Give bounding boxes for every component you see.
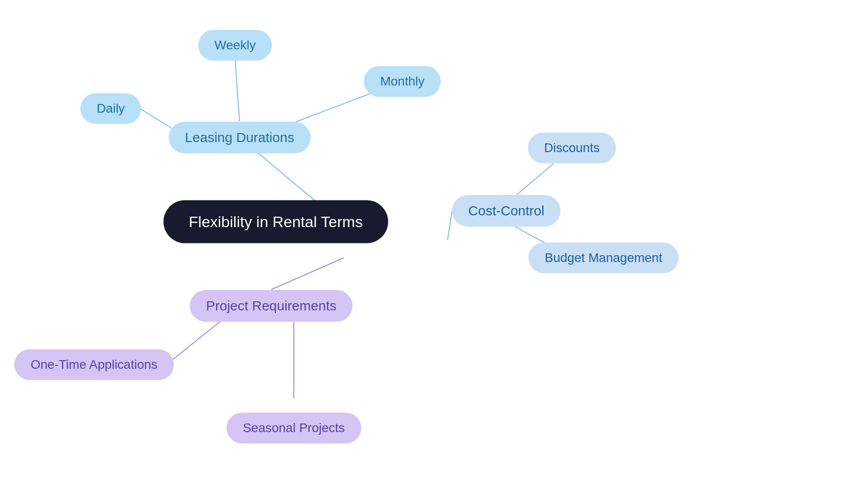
center-node: Flexibility in Rental Terms — [164, 200, 388, 243]
svg-line-3 — [140, 109, 176, 131]
daily-node: Daily — [80, 93, 141, 124]
budget-management-node: Budget Management — [528, 243, 679, 273]
one-time-applications-node: One-Time Applications — [14, 349, 174, 380]
seasonal-projects-node: Seasonal Projects — [226, 413, 361, 443]
cost-control-node: Cost-Control — [452, 195, 561, 227]
svg-line-7 — [271, 258, 344, 290]
leasing-durations-node: Leasing Durations — [169, 122, 311, 153]
mind-map: Flexibility in Rental Terms Leasing Dura… — [0, 0, 868, 490]
discounts-node: Discounts — [528, 133, 616, 163]
svg-line-1 — [235, 60, 240, 121]
svg-line-4 — [448, 211, 452, 240]
monthly-node: Monthly — [364, 66, 441, 97]
project-requirements-node: Project Requirements — [190, 290, 353, 322]
weekly-node: Weekly — [198, 30, 272, 61]
